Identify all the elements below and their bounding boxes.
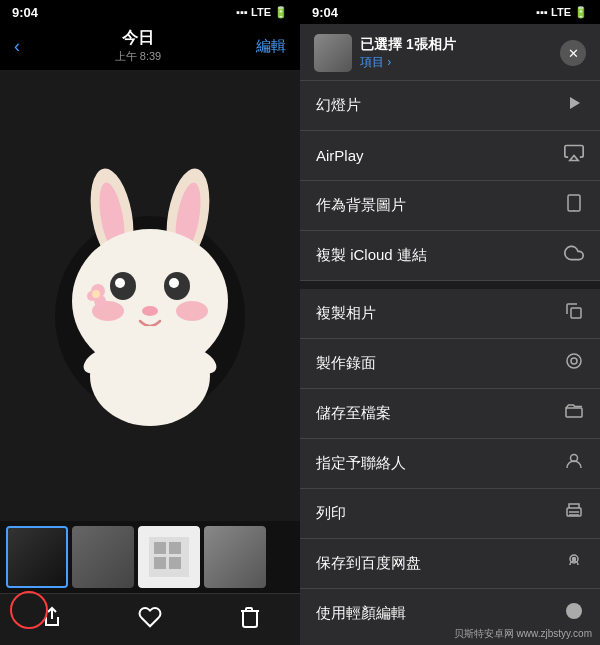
thumb-2[interactable]	[72, 526, 134, 588]
menu-divider-1	[300, 281, 600, 289]
right-status-bar: 9:04 ▪▪▪ LTE 🔋	[300, 0, 600, 24]
menu-header: 已選擇 1張相片 項目 › ✕	[300, 24, 600, 81]
watermark-text: 贝斯特安卓网 www.zjbstyy.com	[454, 627, 592, 641]
menu-item-assign-contact[interactable]: 指定予聯絡人	[300, 439, 600, 489]
right-panel: 9:04 ▪▪▪ LTE 🔋 已選擇 1張相片 項目 › ✕ 幻燈片 AirPl…	[300, 0, 600, 645]
video-icon	[564, 351, 584, 376]
menu-item-baidu[interactable]: 保存到百度网盘	[300, 539, 600, 589]
icloud-icon	[564, 243, 584, 268]
thumb-4[interactable]	[204, 526, 266, 588]
svg-rect-29	[571, 308, 581, 318]
svg-point-35	[573, 558, 576, 561]
wallpaper-icon	[564, 193, 584, 218]
right-signal: ▪▪▪ LTE 🔋	[536, 6, 588, 19]
airplay-icon	[564, 143, 584, 168]
contact-icon	[564, 451, 584, 476]
thumb-1[interactable]	[6, 526, 68, 588]
thumb-3[interactable]	[138, 526, 200, 588]
bottom-toolbar	[0, 593, 300, 645]
menu-item-save-files[interactable]: 儲存至檔案	[300, 389, 600, 439]
close-button[interactable]: ✕	[560, 40, 586, 66]
menu-item-contact-label: 指定予聯絡人	[316, 454, 406, 473]
header-sub-link[interactable]: 項目 ›	[360, 54, 456, 71]
heart-button[interactable]	[138, 605, 162, 635]
header-main-title: 已選擇 1張相片	[360, 36, 456, 54]
svg-rect-23	[154, 557, 166, 569]
svg-point-7	[115, 278, 125, 288]
slideshow-icon	[564, 93, 584, 118]
header-thumbnail	[314, 34, 352, 72]
menu-item-makevideo-label: 製作錄面	[316, 354, 376, 373]
photo-strip	[0, 521, 300, 593]
menu-item-duplicate-label: 複製相片	[316, 304, 376, 323]
right-time: 9:04	[312, 5, 338, 20]
bunny-illustration	[40, 156, 260, 436]
svg-rect-27	[568, 195, 580, 211]
folder-icon	[564, 401, 584, 426]
menu-item-baidu-label: 保存到百度网盘	[316, 554, 421, 573]
svg-point-16	[92, 290, 100, 298]
svg-rect-24	[169, 557, 181, 569]
menu-header-left: 已選擇 1張相片 項目 ›	[314, 34, 456, 72]
menu-item-airplay[interactable]: AirPlay	[300, 131, 600, 181]
svg-point-36	[566, 603, 582, 619]
svg-rect-21	[154, 542, 166, 554]
left-time: 9:04	[12, 5, 38, 20]
menu-item-savefiles-label: 儲存至檔案	[316, 404, 391, 423]
svg-point-17	[90, 326, 210, 426]
svg-marker-26	[570, 156, 578, 161]
header-thumb-image	[314, 34, 352, 72]
menu-item-slideshow[interactable]: 幻燈片	[300, 81, 600, 131]
menu-item-print-label: 列印	[316, 504, 346, 523]
menu-item-wallpaper[interactable]: 作為背景圖片	[300, 181, 600, 231]
menu-item-face-edit[interactable]: 使用輕顏編輯	[300, 589, 600, 623]
baidu-icon	[564, 551, 584, 576]
left-signal: ▪▪▪ LTE 🔋	[236, 6, 288, 19]
menu-item-wallpaper-label: 作為背景圖片	[316, 196, 406, 215]
menu-list: 幻燈片 AirPlay 作為背景圖片 複製	[300, 81, 600, 623]
share-button[interactable]	[38, 605, 62, 635]
face-icon	[564, 601, 584, 623]
menu-item-make-video[interactable]: 製作錄面	[300, 339, 600, 389]
nav-title-area: 今日 上午 8:39	[115, 28, 161, 64]
svg-point-31	[571, 358, 577, 364]
print-icon	[564, 501, 584, 526]
svg-point-9	[169, 278, 179, 288]
left-status-bar: 9:04 ▪▪▪ LTE 🔋	[0, 0, 300, 24]
svg-point-30	[567, 354, 581, 368]
menu-item-airplay-label: AirPlay	[316, 147, 364, 164]
photo-bunny	[0, 70, 300, 521]
menu-item-slideshow-label: 幻燈片	[316, 96, 361, 115]
left-nav: ‹ 今日 上午 8:39 編輯	[0, 24, 300, 70]
menu-item-duplicate[interactable]: 複製相片	[300, 289, 600, 339]
back-button[interactable]: ‹	[14, 36, 20, 57]
menu-header-title: 已選擇 1張相片 項目 ›	[360, 36, 456, 71]
photo-main	[0, 70, 300, 521]
nav-subtitle: 上午 8:39	[115, 49, 161, 64]
menu-item-print[interactable]: 列印	[300, 489, 600, 539]
nav-title: 今日	[115, 28, 161, 49]
trash-button[interactable]	[238, 605, 262, 635]
watermark-bar: 贝斯特安卓网 www.zjbstyy.com	[300, 623, 600, 645]
svg-point-12	[142, 306, 158, 316]
svg-rect-22	[169, 542, 181, 554]
left-panel: 9:04 ▪▪▪ LTE 🔋 ‹ 今日 上午 8:39 編輯	[0, 0, 300, 645]
svg-marker-25	[570, 97, 580, 109]
svg-point-11	[176, 301, 208, 321]
menu-item-icloud-link[interactable]: 複製 iCloud 連結	[300, 231, 600, 281]
edit-button[interactable]: 編輯	[256, 37, 286, 56]
menu-item-faceedit-label: 使用輕顏編輯	[316, 604, 406, 623]
duplicate-icon	[564, 301, 584, 326]
menu-item-icloud-label: 複製 iCloud 連結	[316, 246, 427, 265]
